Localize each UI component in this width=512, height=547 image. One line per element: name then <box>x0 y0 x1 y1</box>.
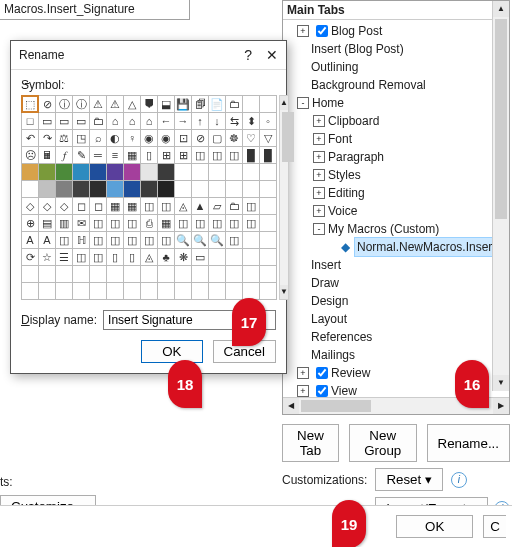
symbol-cell[interactable]: ☆ <box>39 249 55 265</box>
symbol-cell[interactable]: 𝑓 <box>56 147 72 163</box>
symbol-cell[interactable] <box>243 283 259 299</box>
symbol-cell[interactable]: ⊕ <box>22 215 38 231</box>
symbol-cell[interactable]: 🗀 <box>90 113 106 129</box>
symbol-cell[interactable]: ◫ <box>124 215 140 231</box>
symbol-cell[interactable] <box>226 164 242 180</box>
symbol-cell[interactable]: ◫ <box>90 232 106 248</box>
symbol-cell[interactable]: ❋ <box>175 249 191 265</box>
expander-icon[interactable]: + <box>313 187 325 199</box>
symbol-cell[interactable]: ◬ <box>141 249 157 265</box>
symbol-cell[interactable]: ⊡ <box>175 130 191 146</box>
scroll-up-icon[interactable]: ▲ <box>493 1 509 17</box>
symbol-cell[interactable] <box>107 164 123 180</box>
symbol-cell[interactable]: ⛊ <box>141 96 157 112</box>
symbol-cell[interactable]: ✉ <box>73 215 89 231</box>
expander-icon[interactable]: + <box>313 115 325 127</box>
tree-checkbox[interactable] <box>316 385 328 397</box>
symbol-cell[interactable]: ⇆ <box>226 113 242 129</box>
symbol-cell[interactable] <box>141 181 157 197</box>
reset-button[interactable]: Reset ▾ <box>375 468 443 491</box>
symbol-cell[interactable]: ↷ <box>39 130 55 146</box>
symbol-cell[interactable] <box>243 96 259 112</box>
symbol-cell[interactable] <box>260 181 276 197</box>
symbol-cell[interactable]: ◫ <box>226 147 242 163</box>
scroll-thumb[interactable] <box>282 112 294 162</box>
symbol-cell[interactable]: 💾 <box>175 96 191 112</box>
tree-item-label[interactable]: Insert (Blog Post) <box>311 40 404 58</box>
expander-icon[interactable]: - <box>297 97 309 109</box>
symbol-cell[interactable]: ⚠ <box>107 96 123 112</box>
symbol-cell[interactable]: ⎙ <box>141 215 157 231</box>
symbol-cell[interactable] <box>175 266 191 282</box>
symbol-cell[interactable]: ◇ <box>22 198 38 214</box>
symbol-cell[interactable] <box>158 164 174 180</box>
tree-item-label[interactable]: Review <box>331 364 370 382</box>
symbol-cell[interactable]: ▦ <box>158 215 174 231</box>
symbol-cell[interactable]: ℍ <box>73 232 89 248</box>
symbol-cell[interactable]: ⌂ <box>124 113 140 129</box>
symbol-cell[interactable]: ⌂ <box>141 113 157 129</box>
symbol-cell[interactable]: ◫ <box>141 232 157 248</box>
symbol-grid[interactable]: ⬚⊘ⓘⓘ⚠⚠△⛊⬓💾🗐📄🗀 □▭▭▭🗀⌂⌂⌂←→↑↓⇆⬍◦↶↷⚖◳⌕◐♀◉◉⊡⊘… <box>21 95 277 300</box>
symbol-cell[interactable]: █ <box>260 147 276 163</box>
symbol-cell[interactable]: A <box>39 232 55 248</box>
symbol-cell[interactable] <box>226 249 242 265</box>
symbol-cell[interactable] <box>243 249 259 265</box>
symbol-cell[interactable]: ⚠ <box>90 96 106 112</box>
symbol-cell[interactable] <box>209 266 225 282</box>
new-group-button[interactable]: New Group <box>349 424 417 462</box>
symbol-cell[interactable] <box>175 283 191 299</box>
symbol-cell[interactable]: ◫ <box>56 232 72 248</box>
tree-item-label[interactable]: Draw <box>311 274 339 292</box>
symbol-cell[interactable] <box>73 164 89 180</box>
new-tab-button[interactable]: New Tab <box>282 424 339 462</box>
help-button[interactable]: ? <box>244 47 252 63</box>
symbol-cell[interactable] <box>226 181 242 197</box>
symbol-cell[interactable]: A <box>22 232 38 248</box>
symbol-cell[interactable]: ⌂ <box>107 113 123 129</box>
symbol-cell[interactable]: ◫ <box>124 232 140 248</box>
grid-scrollbar[interactable]: ▲ ▼ <box>279 95 289 300</box>
expander-icon[interactable]: + <box>313 151 325 163</box>
symbol-cell[interactable]: ⊞ <box>175 147 191 163</box>
main-cancel-button[interactable]: C <box>483 515 506 538</box>
symbol-cell[interactable] <box>209 164 225 180</box>
symbol-cell[interactable] <box>260 215 276 231</box>
symbol-cell[interactable] <box>192 181 208 197</box>
tree-item-label[interactable]: Paragraph <box>328 148 384 166</box>
symbol-cell[interactable]: ◫ <box>192 147 208 163</box>
expander-icon[interactable]: + <box>313 169 325 181</box>
scroll-right-icon[interactable]: ▶ <box>493 398 509 414</box>
symbol-cell[interactable]: ◫ <box>90 215 106 231</box>
symbol-cell[interactable]: 🗀 <box>226 96 242 112</box>
scroll-thumb[interactable] <box>495 19 507 219</box>
symbol-cell[interactable] <box>124 181 140 197</box>
symbol-cell[interactable] <box>56 181 72 197</box>
symbol-cell[interactable]: 🔍 <box>192 232 208 248</box>
symbol-cell[interactable]: ▯ <box>124 249 140 265</box>
scroll-down-icon[interactable]: ▼ <box>493 375 509 391</box>
symbol-cell[interactable] <box>141 164 157 180</box>
symbol-cell[interactable]: ← <box>158 113 174 129</box>
symbol-cell[interactable]: ⌕ <box>90 130 106 146</box>
symbol-cell[interactable]: ◇ <box>56 198 72 214</box>
symbol-cell[interactable] <box>22 266 38 282</box>
symbol-cell[interactable] <box>39 181 55 197</box>
symbol-cell[interactable]: ◫ <box>158 232 174 248</box>
tree-item-label[interactable]: Insert <box>311 256 341 274</box>
symbol-cell[interactable]: ▯ <box>141 147 157 163</box>
close-button[interactable]: ✕ <box>266 47 278 63</box>
scroll-down-icon[interactable]: ▼ <box>280 285 288 299</box>
symbol-cell[interactable] <box>73 181 89 197</box>
expander-icon[interactable]: + <box>313 205 325 217</box>
symbol-cell[interactable]: █ <box>243 147 259 163</box>
symbol-cell[interactable]: ◫ <box>209 215 225 231</box>
symbol-cell[interactable]: ◉ <box>158 130 174 146</box>
symbol-cell[interactable] <box>107 283 123 299</box>
symbol-cell[interactable]: ▭ <box>39 113 55 129</box>
tree-item-label[interactable]: Normal.NewMacros.Insert_ <box>354 237 505 257</box>
symbol-cell[interactable] <box>209 181 225 197</box>
symbol-cell[interactable] <box>243 181 259 197</box>
symbol-cell[interactable] <box>39 164 55 180</box>
symbol-cell[interactable]: ▥ <box>56 215 72 231</box>
